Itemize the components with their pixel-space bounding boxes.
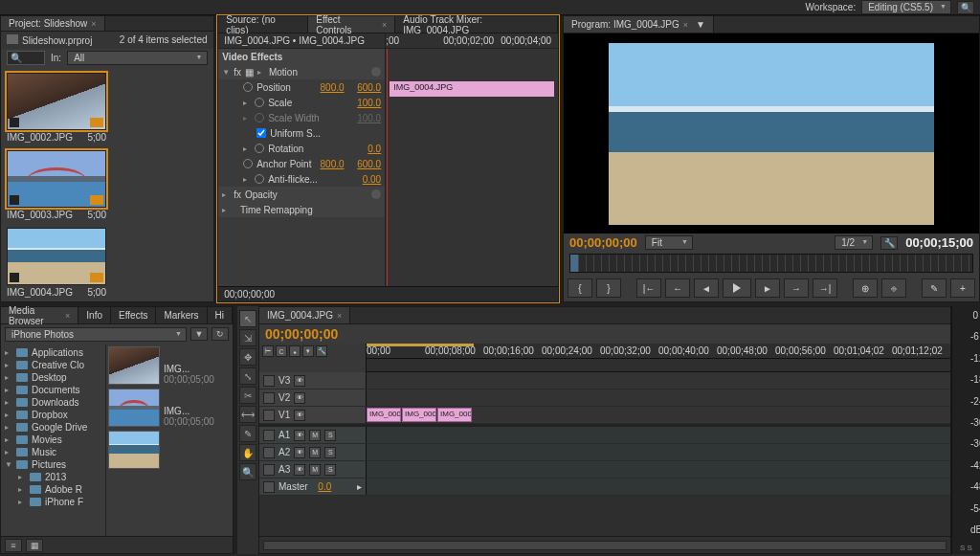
audio-track[interactable]: A3👁MS bbox=[259, 461, 950, 478]
tool-button[interactable]: 🔍 bbox=[239, 463, 256, 480]
transport-button[interactable]: ◄ bbox=[694, 278, 719, 298]
transport-button[interactable]: →| bbox=[813, 278, 837, 298]
transport-button[interactable]: { bbox=[568, 278, 592, 298]
thumb-view-button[interactable]: ▦ bbox=[26, 539, 43, 552]
marker-button[interactable]: ⬥ bbox=[289, 345, 301, 357]
twirl-icon[interactable]: ▸ bbox=[222, 190, 230, 199]
filter-dropdown[interactable]: All bbox=[67, 51, 207, 65]
twirl-icon[interactable]: ▼ bbox=[222, 68, 230, 77]
resolution-dropdown[interactable]: 1/2 bbox=[835, 235, 873, 250]
track-visibility[interactable]: 👁 bbox=[294, 447, 305, 458]
mute-button[interactable]: M bbox=[309, 464, 321, 476]
transport-button[interactable]: → bbox=[784, 278, 809, 298]
track-target[interactable] bbox=[263, 430, 275, 441]
track-target[interactable] bbox=[263, 447, 275, 458]
tool-button[interactable]: ✥ bbox=[239, 348, 256, 366]
motion-effect[interactable]: Motion bbox=[269, 67, 368, 78]
transport-button[interactable] bbox=[723, 278, 751, 298]
ec-playhead[interactable] bbox=[387, 49, 388, 286]
folder-item[interactable]: ▸Adobe R bbox=[5, 483, 101, 496]
transport-button[interactable]: } bbox=[596, 278, 621, 298]
folder-item[interactable]: ▸Applications bbox=[5, 346, 101, 359]
media-item[interactable]: IMG...00;00;05;00 bbox=[106, 387, 233, 429]
tab-effect-controls[interactable]: Effect Controls× bbox=[308, 16, 395, 33]
twirl-icon[interactable]: ▸ bbox=[243, 99, 251, 107]
linked-selection-button[interactable]: C bbox=[276, 345, 287, 357]
tab-hi[interactable]: Hi bbox=[208, 307, 233, 323]
tool-button[interactable]: ⟷ bbox=[239, 406, 256, 423]
solo-button[interactable]: S bbox=[324, 447, 336, 458]
transport-button[interactable]: ⎆ bbox=[881, 278, 906, 298]
tab-markers[interactable]: Markers bbox=[156, 307, 207, 323]
folder-item[interactable]: ▸Documents bbox=[5, 384, 101, 396]
ingest-icon[interactable]: ↻ bbox=[212, 327, 229, 341]
ec-clip-bar[interactable]: IMG_0004.JPG bbox=[390, 81, 554, 97]
program-viewer[interactable] bbox=[564, 33, 979, 234]
transport-button[interactable]: ⊕ bbox=[853, 278, 878, 298]
folder-item[interactable]: ▸iPhone F bbox=[5, 496, 101, 508]
transport-button[interactable]: |← bbox=[636, 278, 661, 298]
track-target[interactable] bbox=[263, 410, 275, 421]
timeline-playhead-tc[interactable]: 00;00;00;00 bbox=[265, 326, 338, 342]
tab-info[interactable]: Info bbox=[78, 307, 111, 323]
project-search-input[interactable] bbox=[7, 51, 45, 65]
close-icon[interactable]: × bbox=[91, 19, 96, 29]
solo-button[interactable]: S bbox=[324, 464, 336, 476]
folder-item[interactable]: ▸Google Drive bbox=[5, 421, 101, 434]
audio-track[interactable]: A1👁MS bbox=[259, 427, 950, 444]
tool-button[interactable]: ✎ bbox=[239, 425, 256, 442]
tab-effects[interactable]: Effects bbox=[111, 307, 156, 323]
stopwatch-icon[interactable] bbox=[255, 144, 264, 153]
folder-item[interactable]: ▸2013 bbox=[5, 471, 101, 483]
video-track[interactable]: V1👁IMG_000IMG_000IMG_000 bbox=[259, 407, 950, 424]
transport-button[interactable]: ► bbox=[755, 278, 780, 298]
list-view-button[interactable]: ≡ bbox=[5, 539, 22, 552]
solo-button[interactable]: S bbox=[324, 430, 336, 441]
filter-icon[interactable]: ▼ bbox=[190, 327, 208, 341]
close-icon[interactable]: × bbox=[683, 20, 688, 30]
audio-track[interactable]: A2👁MS bbox=[259, 444, 950, 461]
ec-time-ruler[interactable]: ;0000;00;02;0000;00;04;00 bbox=[386, 33, 558, 48]
stopwatch-icon[interactable] bbox=[255, 98, 264, 107]
project-bin-item[interactable]: IMG_0003.JPG5;00 bbox=[7, 150, 106, 222]
folder-item[interactable]: ▸Downloads bbox=[5, 396, 101, 409]
folder-item[interactable]: ▸Movies bbox=[5, 434, 101, 446]
settings-icon[interactable]: 🔧 bbox=[880, 236, 898, 250]
ec-timecode[interactable]: 00;00;00;00 bbox=[224, 289, 275, 300]
project-bin-item[interactable]: IMG_0002.JPG5;00 bbox=[7, 73, 106, 145]
project-bin-item[interactable]: IMG_0004.JPG5;00 bbox=[7, 228, 106, 300]
tab-audio-mixer[interactable]: Audio Track Mixer: IMG_0004.JPG bbox=[395, 16, 558, 33]
tab-media-browser[interactable]: Media Browser× bbox=[1, 307, 78, 323]
program-time-ruler[interactable] bbox=[569, 254, 973, 273]
track-toggle[interactable] bbox=[263, 481, 275, 493]
anchor-y[interactable]: 600.0 bbox=[357, 159, 381, 169]
scale-value[interactable]: 100.0 bbox=[357, 98, 381, 108]
track-target[interactable] bbox=[263, 464, 275, 476]
mute-button[interactable]: M bbox=[309, 447, 321, 458]
reset-button[interactable] bbox=[371, 189, 381, 199]
folder-item[interactable]: ▼Pictures bbox=[5, 458, 101, 471]
tab-source[interactable]: Source: (no clips) bbox=[218, 16, 308, 33]
zoom-dropdown[interactable]: Fit bbox=[645, 235, 693, 250]
mute-button[interactable]: M bbox=[309, 430, 321, 441]
solo-buttons[interactable]: S S bbox=[952, 544, 980, 552]
media-source-dropdown[interactable]: iPhone Photos bbox=[5, 327, 187, 342]
master-level[interactable]: 0.0 bbox=[318, 481, 331, 492]
track-visibility[interactable]: 👁 bbox=[294, 375, 305, 387]
media-item[interactable] bbox=[106, 429, 233, 471]
position-x[interactable]: 800.0 bbox=[321, 82, 345, 93]
position-y[interactable]: 600.0 bbox=[357, 82, 381, 93]
track-visibility[interactable]: 👁 bbox=[294, 464, 305, 476]
video-track[interactable]: V2👁 bbox=[259, 389, 950, 407]
twirl-icon[interactable]: ▸ bbox=[243, 175, 251, 184]
program-timecode-left[interactable]: 00;00;00;00 bbox=[569, 235, 637, 250]
wrench-icon[interactable]: 🔧 bbox=[316, 345, 327, 357]
video-track[interactable]: V3👁 bbox=[259, 372, 950, 389]
transport-button[interactable]: ✎ bbox=[922, 278, 947, 298]
settings-button[interactable]: ▾ bbox=[302, 345, 314, 357]
track-visibility[interactable]: 👁 bbox=[294, 430, 305, 441]
close-icon[interactable]: × bbox=[382, 20, 387, 30]
stopwatch-icon[interactable] bbox=[243, 159, 253, 168]
tool-button[interactable]: ⤡ bbox=[239, 367, 256, 385]
close-icon[interactable]: × bbox=[337, 311, 342, 321]
